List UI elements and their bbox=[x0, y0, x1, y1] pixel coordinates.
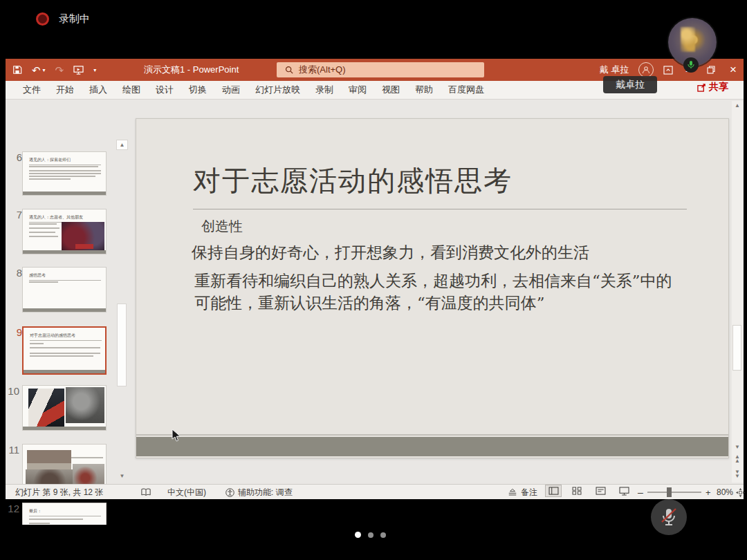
slide-number-selected: 9 bbox=[10, 326, 22, 338]
view-reading-icon bbox=[596, 487, 606, 495]
scrollbar-thumb[interactable] bbox=[732, 325, 741, 371]
start-presentation-icon[interactable] bbox=[73, 65, 84, 75]
thumbnail-photo-flag bbox=[28, 389, 64, 427]
recording-label: 录制中 bbox=[59, 12, 90, 26]
language-status[interactable]: 中文(中国) bbox=[167, 485, 206, 500]
slide-footer-bar bbox=[136, 437, 728, 456]
previous-slide-icon[interactable]: ▲▲ bbox=[732, 455, 743, 465]
tab-insert[interactable]: 插入 bbox=[82, 81, 115, 99]
thumbnails-scrollbar-thumb[interactable] bbox=[117, 304, 127, 386]
tab-transitions[interactable]: 切换 bbox=[181, 81, 214, 99]
slide-number: 8 bbox=[10, 267, 22, 279]
slide-thumbnail-6[interactable]: 遇见的人：探索老师们 bbox=[22, 151, 107, 196]
search-placeholder: 搜索(Alt+Q) bbox=[299, 64, 346, 76]
main-scrollbar[interactable]: ▲ ▼ ▲▲ ▼▼ bbox=[732, 101, 743, 483]
fit-slide-icon bbox=[736, 488, 745, 497]
thumbnail-photo-gray bbox=[66, 387, 104, 423]
view-normal-icon bbox=[548, 487, 559, 495]
undo-dropdown-icon[interactable]: ▾ bbox=[43, 67, 46, 73]
slide-number: 7 bbox=[10, 209, 22, 221]
workspace: 6 7 8 9 10 11 12 遇见的人：探索老师们 遇见的人：志愿者、其他朋… bbox=[6, 100, 744, 484]
slide-title: 对于志愿活动的感悟思考 bbox=[193, 162, 513, 200]
slide-number: 11 bbox=[7, 444, 19, 456]
slide-footer-accent bbox=[136, 434, 728, 436]
slide-thumbnail-12[interactable]: 最后： bbox=[22, 503, 107, 525]
zoom-in-button[interactable]: + bbox=[706, 485, 711, 500]
screen: 录制中 戴卓拉 共享 ↶ ▾ ↷ ▾ 演示文稿1 - PowerPoint bbox=[0, 0, 747, 560]
view-reading-button[interactable] bbox=[592, 485, 609, 497]
zoom-slider[interactable] bbox=[647, 485, 703, 500]
account-name[interactable]: 戴 卓拉 bbox=[599, 64, 629, 76]
slide-counter[interactable]: 幻灯片 第 9 张, 共 12 张 bbox=[15, 485, 103, 500]
view-slideshow-button[interactable] bbox=[616, 485, 632, 497]
slide-body-line-1: 保持自身的好奇心，打开想象力，看到消费文化外的生活 bbox=[192, 242, 589, 263]
tab-help[interactable]: 帮助 bbox=[407, 81, 441, 99]
tab-file[interactable]: 文件 bbox=[15, 81, 48, 99]
ribbon-display-options-icon[interactable] bbox=[663, 66, 673, 75]
presenter-name-tag: 戴卓拉 bbox=[603, 76, 657, 93]
view-normal-button[interactable] bbox=[545, 485, 562, 497]
fit-slide-to-window-button[interactable] bbox=[736, 485, 745, 500]
tab-view[interactable]: 视图 bbox=[374, 81, 407, 99]
search-box[interactable]: 搜索(Alt+Q) bbox=[277, 62, 484, 77]
thumbnail-photo-caption bbox=[75, 244, 93, 249]
scroll-down-icon[interactable]: ▼ bbox=[732, 442, 743, 452]
share-button[interactable]: 共享 bbox=[697, 81, 728, 93]
tab-record[interactable]: 录制 bbox=[308, 81, 341, 99]
slide-thumbnail-10[interactable] bbox=[22, 385, 107, 431]
tab-home[interactable]: 开始 bbox=[48, 81, 82, 99]
mic-muted-button[interactable] bbox=[651, 499, 687, 535]
notes-button[interactable]: 备注 bbox=[508, 485, 537, 500]
zoom-slider-track bbox=[647, 492, 701, 493]
powerpoint-window: ↶ ▾ ↷ ▾ 演示文稿1 - PowerPoint 搜索(Alt+Q) 戴 卓… bbox=[6, 59, 744, 499]
close-button[interactable]: × bbox=[727, 63, 739, 77]
zoom-slider-thumb[interactable] bbox=[667, 487, 672, 497]
qat-customize-icon[interactable]: ▾ bbox=[93, 67, 96, 73]
slide-thumbnail-8[interactable]: 感悟思考 bbox=[22, 267, 107, 312]
accessibility-status[interactable]: 辅助功能: 调查 bbox=[225, 485, 293, 500]
slide-thumbnail-7[interactable]: 遇见的人：志愿者、其他朋友 bbox=[22, 209, 107, 254]
view-slideshow-icon bbox=[619, 487, 629, 496]
mouse-cursor bbox=[172, 429, 183, 442]
dot[interactable] bbox=[368, 532, 374, 538]
page-indicator-dots bbox=[355, 532, 386, 538]
undo-icon[interactable]: ↶ bbox=[32, 65, 41, 75]
zoom-percent[interactable]: 80% bbox=[717, 485, 733, 500]
recording-indicator: 录制中 bbox=[36, 12, 90, 26]
tab-design[interactable]: 设计 bbox=[148, 81, 181, 99]
accessibility-icon bbox=[225, 488, 234, 497]
spellcheck-book-icon[interactable] bbox=[141, 485, 151, 500]
mic-active-indicator-icon bbox=[683, 57, 699, 73]
tab-review[interactable]: 审阅 bbox=[341, 81, 374, 99]
record-icon bbox=[36, 12, 49, 26]
view-sorter-button[interactable] bbox=[569, 485, 585, 497]
tab-draw[interactable]: 绘图 bbox=[115, 81, 148, 99]
statusbar: 幻灯片 第 9 张, 共 12 张 中文(中国) 辅助功能: 调查 备注 bbox=[6, 484, 744, 499]
slide-title-rule bbox=[193, 209, 687, 209]
slide-number: 12 bbox=[7, 503, 19, 514]
share-label: 共享 bbox=[709, 81, 728, 93]
zoom-out-button[interactable]: – bbox=[638, 485, 643, 500]
redo-icon: ↷ bbox=[55, 65, 64, 75]
search-icon bbox=[285, 66, 293, 74]
slide-number: 6 bbox=[10, 151, 22, 163]
tab-slideshow[interactable]: 幻灯片放映 bbox=[248, 81, 308, 99]
tab-animations[interactable]: 动画 bbox=[214, 81, 248, 99]
mic-muted-icon bbox=[660, 507, 678, 528]
scroll-up-icon[interactable]: ▲ bbox=[732, 101, 743, 111]
thumbnails-scroll-up-icon[interactable]: ▲ bbox=[116, 140, 128, 150]
restore-button[interactable] bbox=[705, 64, 717, 76]
window-title: 演示文稿1 - PowerPoint bbox=[144, 59, 239, 81]
dot-active[interactable] bbox=[355, 532, 361, 538]
notes-icon bbox=[508, 488, 517, 496]
view-sorter-icon bbox=[572, 487, 582, 495]
slide-canvas[interactable]: 对于志愿活动的感悟思考 创造性 保持自身的好奇心，打开想象力，看到消费文化外的生… bbox=[136, 118, 729, 458]
slide-thumbnail-9-selected[interactable]: 对于志愿活动的感悟思考 bbox=[22, 326, 107, 375]
share-icon bbox=[697, 83, 706, 92]
tab-baidu-netdisk[interactable]: 百度网盘 bbox=[441, 81, 492, 99]
account-avatar-icon[interactable] bbox=[638, 62, 654, 77]
next-slide-icon[interactable]: ▼▼ bbox=[732, 470, 743, 480]
dot[interactable] bbox=[380, 532, 386, 538]
save-icon[interactable] bbox=[12, 65, 22, 75]
thumbnails-scroll-down-icon[interactable]: ▼ bbox=[117, 472, 127, 481]
